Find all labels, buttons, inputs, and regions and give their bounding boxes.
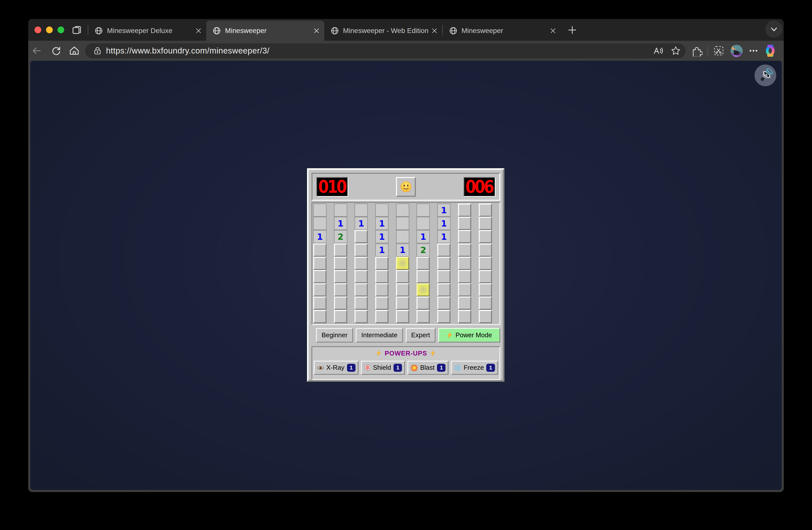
- tab-stack-button[interactable]: [71, 19, 88, 41]
- cell-r7c1[interactable]: [313, 283, 327, 297]
- close-window-button[interactable]: [34, 27, 41, 33]
- cell-r4c9[interactable]: [479, 244, 492, 257]
- tab-close-icon[interactable]: [430, 27, 439, 35]
- cell-r3c8[interactable]: [458, 230, 471, 243]
- cell-r1c8[interactable]: [458, 203, 471, 217]
- cell-r2c8[interactable]: [458, 217, 471, 230]
- blast-powerup-button[interactable]: Blast 1: [407, 361, 449, 375]
- cell-r6c1[interactable]: [313, 270, 327, 283]
- cell-r5c4[interactable]: [375, 257, 389, 270]
- cell-r4c4[interactable]: 1: [375, 244, 389, 257]
- cell-r7c8[interactable]: [458, 283, 471, 297]
- cell-r9c9[interactable]: [479, 310, 492, 323]
- copilot-button[interactable]: [764, 45, 776, 57]
- cell-r9c5[interactable]: [396, 310, 409, 323]
- cell-r1c5[interactable]: [396, 203, 409, 217]
- cell-r7c7[interactable]: [437, 283, 450, 297]
- cell-r5c1[interactable]: [313, 257, 327, 270]
- xray-powerup-button[interactable]: X-Ray 1: [314, 361, 359, 375]
- cell-r7c3[interactable]: [354, 283, 368, 297]
- cell-r5c8[interactable]: [458, 257, 471, 270]
- power-mode-button[interactable]: Power Mode: [438, 328, 500, 343]
- cell-r8c1[interactable]: [313, 297, 327, 310]
- cell-r8c9[interactable]: [479, 297, 492, 310]
- cell-r3c9[interactable]: [479, 230, 492, 243]
- cell-r1c4[interactable]: [375, 203, 389, 217]
- url-text[interactable]: https://www.bxfoundry.com/minesweeper/3/: [106, 46, 646, 56]
- cell-r3c7[interactable]: 1: [437, 230, 450, 243]
- refresh-button[interactable]: [49, 44, 63, 58]
- tab-minesweeper-deluxe[interactable]: Minesweeper Deluxe: [88, 20, 206, 41]
- web-capture-button[interactable]: [713, 45, 725, 57]
- cell-r8c6[interactable]: [417, 297, 430, 310]
- cell-r6c4[interactable]: [375, 270, 389, 283]
- cell-r2c7[interactable]: 1: [437, 217, 450, 230]
- extensions-button[interactable]: [691, 45, 702, 57]
- zoom-window-button[interactable]: [58, 27, 64, 33]
- cell-r1c9[interactable]: [479, 203, 492, 217]
- sound-toggle-button[interactable]: [754, 65, 776, 86]
- minimize-window-button[interactable]: [46, 27, 53, 33]
- cell-r1c2[interactable]: [334, 203, 347, 217]
- new-tab-button[interactable]: [565, 19, 580, 41]
- cell-r8c5[interactable]: [396, 297, 409, 310]
- cell-r7c9[interactable]: [479, 283, 492, 297]
- cell-r2c3[interactable]: 1: [354, 217, 368, 230]
- tab-minesweeper-2[interactable]: Minesweeper: [443, 20, 561, 41]
- cell-r1c7[interactable]: 1: [437, 203, 450, 217]
- tab-close-icon[interactable]: [312, 27, 321, 35]
- cell-r6c8[interactable]: [458, 270, 471, 283]
- cell-r8c4[interactable]: [375, 297, 389, 310]
- cell-r5c6[interactable]: [417, 257, 430, 270]
- intermediate-button[interactable]: Intermediate: [356, 328, 403, 343]
- cell-r5c7[interactable]: [437, 257, 450, 270]
- cell-r4c6[interactable]: 2: [417, 244, 430, 257]
- cell-r1c1[interactable]: [313, 203, 327, 217]
- favorite-button[interactable]: [670, 45, 681, 56]
- cell-r4c3[interactable]: [354, 244, 368, 257]
- smiley-reset-button[interactable]: [396, 177, 416, 197]
- tab-minesweeper-web-edition[interactable]: Minesweeper - Web Edition: [324, 20, 442, 41]
- cell-r4c7[interactable]: [437, 244, 450, 257]
- cell-r7c2[interactable]: [334, 283, 347, 297]
- cell-r9c3[interactable]: [354, 310, 368, 323]
- read-aloud-button[interactable]: [652, 45, 664, 57]
- cell-r8c2[interactable]: [334, 297, 347, 310]
- tab-minesweeper-active[interactable]: Minesweeper: [206, 20, 324, 41]
- cell-r8c3[interactable]: [354, 297, 368, 310]
- cell-r5c3[interactable]: [354, 257, 368, 270]
- cell-r2c9[interactable]: [479, 217, 492, 230]
- cell-r3c2[interactable]: 2: [334, 230, 347, 243]
- cell-r8c7[interactable]: [437, 297, 450, 310]
- cell-r4c1[interactable]: [313, 244, 327, 257]
- cell-r4c5[interactable]: 1: [396, 244, 409, 257]
- cell-r8c8[interactable]: [458, 297, 471, 310]
- cell-r7c6[interactable]: [417, 283, 430, 297]
- cell-r5c2[interactable]: [334, 257, 347, 270]
- cell-r6c3[interactable]: [354, 270, 368, 283]
- settings-menu-button[interactable]: [748, 45, 759, 57]
- lock-icon[interactable]: [92, 46, 102, 56]
- cell-r6c2[interactable]: [334, 270, 347, 283]
- collapse-toolbar-button[interactable]: [765, 20, 783, 38]
- cell-r2c5[interactable]: [396, 217, 409, 230]
- cell-r3c5[interactable]: [396, 230, 409, 243]
- cell-r3c3[interactable]: [354, 230, 368, 243]
- shield-powerup-button[interactable]: Shield 1: [361, 361, 405, 375]
- cell-r5c5[interactable]: [396, 257, 409, 270]
- cell-r6c7[interactable]: [437, 270, 450, 283]
- expert-button[interactable]: Expert: [406, 328, 435, 343]
- home-button[interactable]: [67, 44, 81, 58]
- cell-r1c6[interactable]: [417, 203, 430, 217]
- cell-r9c8[interactable]: [458, 310, 471, 323]
- cell-r2c6[interactable]: [417, 217, 430, 230]
- cell-r3c4[interactable]: 1: [375, 230, 389, 243]
- cell-r6c6[interactable]: [417, 270, 430, 283]
- cell-r9c7[interactable]: [437, 310, 450, 323]
- cell-r2c1[interactable]: [313, 217, 327, 230]
- cell-r9c4[interactable]: [375, 310, 389, 323]
- tab-close-icon[interactable]: [194, 27, 203, 35]
- cell-r7c5[interactable]: [396, 283, 409, 297]
- cell-r9c2[interactable]: [334, 310, 347, 323]
- cell-r9c1[interactable]: [313, 310, 327, 323]
